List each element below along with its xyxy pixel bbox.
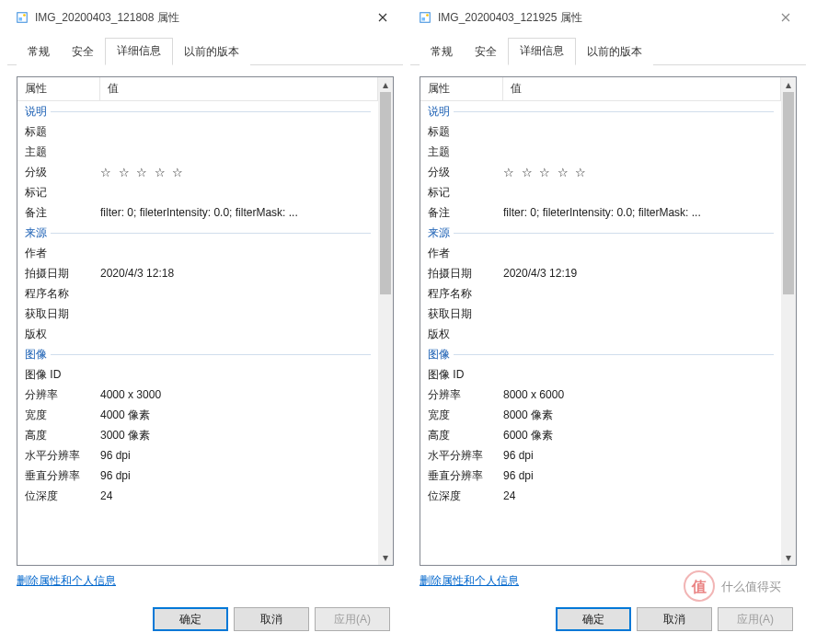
svg-point-2: [23, 14, 26, 17]
window-title: IMG_20200403_121808 属性: [35, 10, 364, 26]
scrollbar[interactable]: ▴ ▾: [781, 77, 796, 565]
row-v-res[interactable]: 垂直分辨率96 dpi: [420, 466, 781, 486]
svg-point-5: [426, 14, 429, 17]
row-bit-depth[interactable]: 位深度24: [17, 486, 378, 506]
row-h-res[interactable]: 水平分辨率96 dpi: [17, 445, 378, 466]
header-property: 属性: [420, 77, 503, 100]
row-dimensions[interactable]: 分辨率8000 x 6000: [420, 385, 781, 405]
svg-rect-4: [422, 17, 426, 21]
row-date-taken[interactable]: 拍摄日期2020/4/3 12:18: [17, 263, 378, 283]
row-date-acquired[interactable]: 获取日期: [420, 304, 781, 324]
row-copyright[interactable]: 版权: [17, 324, 378, 344]
list-header[interactable]: 属性 值: [420, 77, 781, 101]
row-h-res[interactable]: 水平分辨率96 dpi: [420, 445, 781, 466]
properties-dialog-left: IMG_20200403_121808 属性 常规 安全 详细信息 以前的版本 …: [7, 0, 403, 644]
file-icon: [418, 10, 432, 25]
tab-general[interactable]: 常规: [17, 40, 61, 65]
scrollbar[interactable]: ▴ ▾: [378, 77, 393, 565]
header-property: 属性: [17, 77, 100, 100]
row-title[interactable]: 标题: [420, 121, 781, 142]
row-height[interactable]: 高度6000 像素: [420, 425, 781, 445]
property-list: 属性 值 说明 标题 主题 分级☆ ☆ ☆ ☆ ☆ 标记 备注filter: 0…: [420, 76, 797, 566]
scroll-up-icon[interactable]: ▴: [378, 77, 393, 92]
list-header[interactable]: 属性 值: [17, 77, 378, 101]
section-description: 说明: [17, 101, 378, 121]
dialog-buttons: 确定 取消 应用(A): [7, 598, 403, 644]
close-button[interactable]: [767, 4, 804, 31]
tab-previous-versions[interactable]: 以前的版本: [173, 40, 250, 65]
tab-previous-versions[interactable]: 以前的版本: [576, 40, 653, 65]
apply-button: 应用(A): [315, 607, 390, 631]
row-width[interactable]: 宽度8000 像素: [420, 405, 781, 425]
tab-details[interactable]: 详细信息: [105, 38, 173, 65]
properties-dialog-right: IMG_20200403_121925 属性 常规 安全 详细信息 以前的版本 …: [410, 0, 806, 644]
row-program-name[interactable]: 程序名称: [420, 283, 781, 304]
remove-properties-link[interactable]: 删除属性和个人信息: [420, 574, 519, 587]
tab-security[interactable]: 安全: [464, 40, 508, 65]
row-height[interactable]: 高度3000 像素: [17, 425, 378, 445]
ok-button[interactable]: 确定: [153, 607, 228, 631]
row-tags[interactable]: 标记: [420, 182, 781, 202]
row-copyright[interactable]: 版权: [420, 324, 781, 344]
cancel-button[interactable]: 取消: [234, 607, 309, 631]
content-area: 属性 值 说明 标题 主题 分级☆ ☆ ☆ ☆ ☆ 标记 备注filter: 0…: [7, 65, 403, 598]
tab-security[interactable]: 安全: [61, 40, 105, 65]
cancel-button[interactable]: 取消: [637, 607, 712, 631]
row-comments[interactable]: 备注filter: 0; fileterIntensity: 0.0; filt…: [420, 202, 781, 223]
titlebar[interactable]: IMG_20200403_121925 属性: [410, 0, 806, 35]
remove-properties-link-wrap: 删除属性和个人信息: [420, 573, 797, 589]
tab-bar: 常规 安全 详细信息 以前的版本: [7, 37, 403, 65]
remove-properties-link[interactable]: 删除属性和个人信息: [17, 574, 116, 587]
rating-stars[interactable]: ☆ ☆ ☆ ☆ ☆: [503, 166, 777, 179]
header-value: 值: [100, 77, 378, 100]
row-image-id[interactable]: 图像 ID: [17, 364, 378, 385]
section-description: 说明: [420, 101, 781, 121]
scroll-up-icon[interactable]: ▴: [781, 77, 796, 92]
row-authors[interactable]: 作者: [17, 243, 378, 263]
section-origin: 来源: [420, 223, 781, 243]
scroll-thumb[interactable]: [783, 92, 794, 294]
rating-stars[interactable]: ☆ ☆ ☆ ☆ ☆: [100, 166, 374, 179]
tab-general[interactable]: 常规: [420, 40, 464, 65]
row-rating[interactable]: 分级☆ ☆ ☆ ☆ ☆: [17, 162, 378, 182]
row-date-acquired[interactable]: 获取日期: [17, 304, 378, 324]
section-origin: 来源: [17, 223, 378, 243]
row-subject[interactable]: 主题: [420, 142, 781, 162]
file-icon: [15, 10, 29, 25]
titlebar[interactable]: IMG_20200403_121808 属性: [7, 0, 403, 35]
ok-button[interactable]: 确定: [556, 607, 631, 631]
close-button[interactable]: [364, 4, 401, 31]
section-image: 图像: [17, 344, 378, 364]
row-width[interactable]: 宽度4000 像素: [17, 405, 378, 425]
row-program-name[interactable]: 程序名称: [17, 283, 378, 304]
scroll-down-icon[interactable]: ▾: [378, 550, 393, 565]
row-comments[interactable]: 备注filter: 0; fileterIntensity: 0.0; filt…: [17, 202, 378, 223]
window-title: IMG_20200403_121925 属性: [438, 10, 767, 26]
svg-rect-1: [19, 17, 23, 21]
row-subject[interactable]: 主题: [17, 142, 378, 162]
content-area: 属性 值 说明 标题 主题 分级☆ ☆ ☆ ☆ ☆ 标记 备注filter: 0…: [410, 65, 806, 598]
header-value: 值: [503, 77, 781, 100]
remove-properties-link-wrap: 删除属性和个人信息: [17, 573, 394, 589]
row-date-taken[interactable]: 拍摄日期2020/4/3 12:19: [420, 263, 781, 283]
tab-bar: 常规 安全 详细信息 以前的版本: [410, 37, 806, 65]
apply-button: 应用(A): [718, 607, 793, 631]
row-image-id[interactable]: 图像 ID: [420, 364, 781, 385]
row-dimensions[interactable]: 分辨率4000 x 3000: [17, 385, 378, 405]
row-bit-depth[interactable]: 位深度24: [420, 486, 781, 506]
row-tags[interactable]: 标记: [17, 182, 378, 202]
tab-details[interactable]: 详细信息: [508, 38, 576, 65]
scroll-down-icon[interactable]: ▾: [781, 550, 796, 565]
row-rating[interactable]: 分级☆ ☆ ☆ ☆ ☆: [420, 162, 781, 182]
row-title[interactable]: 标题: [17, 121, 378, 142]
row-authors[interactable]: 作者: [420, 243, 781, 263]
row-v-res[interactable]: 垂直分辨率96 dpi: [17, 466, 378, 486]
scroll-thumb[interactable]: [380, 92, 391, 294]
dialog-buttons: 确定 取消 应用(A): [410, 598, 806, 644]
property-list: 属性 值 说明 标题 主题 分级☆ ☆ ☆ ☆ ☆ 标记 备注filter: 0…: [17, 76, 394, 566]
section-image: 图像: [420, 344, 781, 364]
